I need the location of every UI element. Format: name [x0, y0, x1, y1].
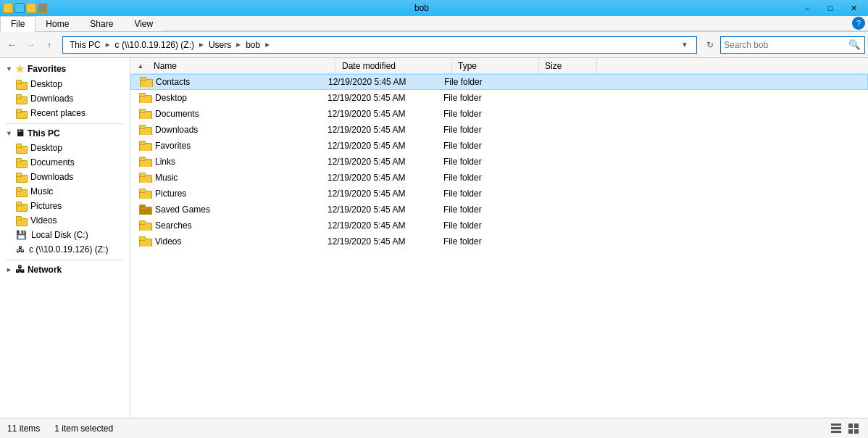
col-header-date[interactable]: Date modified [336, 58, 452, 73]
sidebar-item-downloads2[interactable]: Downloads [0, 170, 130, 184]
back-button[interactable]: ← [3, 36, 20, 54]
file-date-cell: 12/19/2020 5:45 AM [322, 189, 438, 199]
file-name-cell: Pictures [133, 189, 322, 199]
sort-arrow: ▲ [133, 62, 148, 70]
sidebar-label-downloads: Downloads [30, 94, 73, 104]
thispc-label: This PC [28, 128, 60, 139]
search-box[interactable]: 🔍 [720, 36, 865, 54]
network-label: Network [28, 265, 62, 275]
table-row[interactable]: Documents12/19/2020 5:45 AMFile folder [130, 106, 868, 122]
search-button[interactable]: 🔍 [848, 37, 861, 53]
path-bob[interactable]: bob [243, 39, 262, 51]
table-row[interactable]: Pictures12/19/2020 5:45 AMFile folder [130, 186, 868, 202]
path-thispc[interactable]: This PC [67, 39, 103, 51]
folder-icon [16, 158, 26, 167]
file-date-cell: 12/19/2020 5:45 AM [322, 157, 438, 167]
status-bar: 11 items 1 item selected [0, 418, 868, 438]
file-date-cell: 12/19/2020 5:45 AM [322, 173, 438, 183]
large-icons-view-button[interactable] [846, 421, 861, 436]
details-view-button[interactable] [829, 421, 843, 436]
tab-view[interactable]: View [124, 16, 164, 31]
favorites-header[interactable]: ▼ ★ Favorites [0, 61, 130, 77]
tab-home[interactable]: Home [36, 16, 80, 31]
file-type-cell: File folder [438, 204, 525, 215]
table-row[interactable]: Saved Games12/19/2020 5:45 AMFile folder [130, 202, 868, 218]
file-name: Favorites [155, 141, 191, 151]
file-name: Documents [155, 109, 199, 119]
table-row[interactable]: Favorites12/19/2020 5:45 AMFile folder [130, 138, 868, 154]
table-row[interactable]: Contacts12/19/2020 5:45 AMFile folder [130, 74, 868, 90]
file-name: Pictures [155, 189, 186, 199]
sidebar-item-desktop[interactable]: Desktop [0, 77, 130, 91]
sidebar-label: Music [30, 186, 53, 197]
path-drive[interactable]: c (\\10.0.19.126) (Z:) [113, 39, 196, 51]
sidebar-label-desktop: Desktop [30, 79, 62, 89]
address-bar[interactable]: This PC ► c (\\10.0.19.126) (Z:) ► Users… [62, 36, 697, 54]
main-area: ▼ ★ Favorites Desktop Downloads Recent p… [0, 58, 868, 418]
item-count: 11 items [7, 423, 40, 434]
title-bar-icons-left [3, 3, 48, 13]
forward-button[interactable]: → [22, 36, 39, 54]
folder-icon [139, 220, 151, 231]
sidebar-label: Videos [30, 215, 57, 226]
sidebar-item-pictures[interactable]: Pictures [0, 199, 130, 213]
sidebar-item-videos[interactable]: Videos [0, 213, 130, 228]
address-dropdown-button[interactable]: ▼ [677, 37, 692, 53]
table-row[interactable]: Links12/19/2020 5:45 AMFile folder [130, 154, 868, 170]
sidebar-item-downloads[interactable]: Downloads [0, 91, 130, 106]
network-header[interactable]: ► 🖧 Network [0, 262, 130, 277]
svg-rect-5 [848, 429, 853, 434]
table-row[interactable]: Searches12/19/2020 5:45 AMFile folder [130, 218, 868, 234]
col-header-size[interactable]: Size [539, 58, 597, 73]
toolbar: ← → ↑ This PC ► c (\\10.0.19.126) (Z:) ►… [0, 32, 868, 58]
close-button[interactable]: ✕ [842, 0, 865, 16]
table-row[interactable]: Desktop12/19/2020 5:45 AMFile folder [130, 90, 868, 106]
file-type-cell: File folder [438, 109, 525, 119]
content-area: ▲ Name Date modified Type Size Contacts1… [130, 58, 868, 418]
table-row[interactable]: Videos12/19/2020 5:45 AMFile folder [130, 234, 868, 249]
sidebar-item-desktop2[interactable]: Desktop [0, 141, 130, 155]
favorites-arrow: ▼ [6, 65, 12, 73]
file-date-cell: 12/19/2020 5:45 AM [322, 204, 438, 215]
sidebar-item-music[interactable]: Music [0, 184, 130, 199]
sidebar-item-localdisk[interactable]: 💾 Local Disk (C:) [0, 228, 130, 242]
folder-icon [16, 216, 26, 225]
file-date-cell: 12/19/2020 5:45 AM [322, 141, 438, 151]
tab-file[interactable]: File [0, 16, 36, 32]
sidebar-item-networkdrive[interactable]: 🖧 c (\\10.0.19.126) (Z:) [0, 242, 130, 257]
search-input[interactable] [724, 40, 848, 50]
file-type-cell: File folder [438, 157, 525, 167]
folder-icon [139, 189, 151, 199]
file-name: Saved Games [155, 204, 210, 215]
sidebar-label-recent: Recent places [30, 108, 85, 118]
file-name: Downloads [155, 125, 198, 135]
app-icon-1 [3, 3, 13, 13]
path-arrow-2: ► [198, 41, 205, 49]
sidebar-label: Local Disk (C:) [31, 230, 88, 240]
sidebar-item-documents[interactable]: Documents [0, 155, 130, 170]
maximize-button[interactable]: □ [819, 0, 842, 16]
divider-2 [6, 260, 124, 260]
table-row[interactable]: Music12/19/2020 5:45 AMFile folder [130, 170, 868, 186]
help-icon[interactable]: ? [852, 17, 865, 30]
folder-icon [139, 173, 151, 183]
minimize-button[interactable]: – [796, 0, 819, 16]
path-arrow-1: ► [104, 41, 112, 49]
thispc-header[interactable]: ▼ 🖥 This PC [0, 125, 130, 141]
refresh-button[interactable]: ↻ [701, 36, 719, 54]
sidebar-item-recent[interactable]: Recent places [0, 106, 130, 120]
file-name-cell: Videos [133, 236, 322, 247]
folder-icon [139, 93, 151, 103]
file-date-cell: 12/19/2020 5:45 AM [322, 220, 438, 231]
col-header-type[interactable]: Type [452, 58, 539, 73]
up-button[interactable]: ↑ [41, 36, 58, 54]
file-type-cell: File folder [438, 173, 525, 183]
path-users[interactable]: Users [206, 39, 233, 51]
file-name-cell: Searches [133, 220, 322, 231]
title-bar-left [3, 3, 48, 13]
app-icon-2 [14, 3, 25, 13]
tab-share[interactable]: Share [80, 16, 124, 31]
col-header-name[interactable]: Name [148, 58, 336, 73]
table-row[interactable]: Downloads12/19/2020 5:45 AMFile folder [130, 122, 868, 138]
file-name: Contacts [156, 77, 190, 87]
